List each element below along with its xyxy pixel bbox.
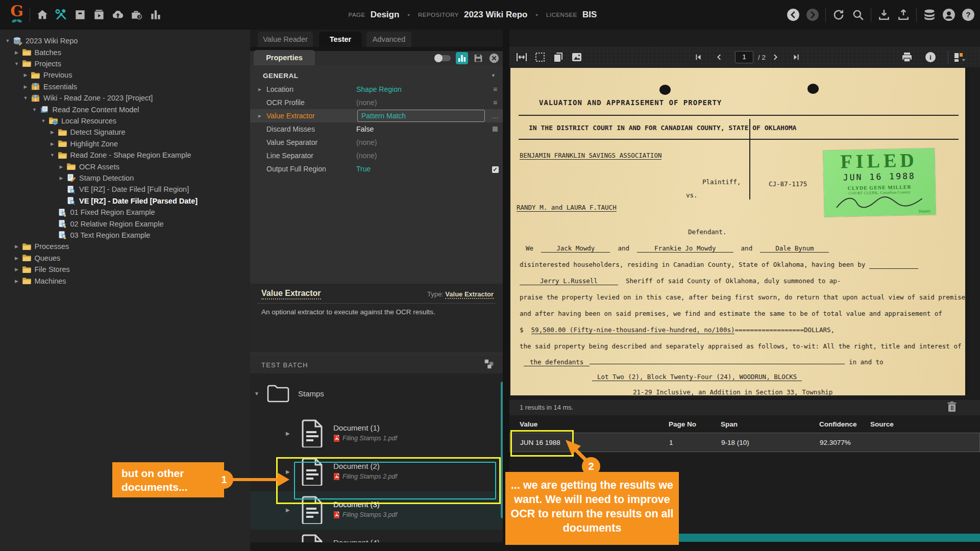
property-value[interactable]: (none) (356, 138, 487, 146)
property-value[interactable]: (none) (356, 98, 487, 107)
tree-item-previous[interactable]: ▶Previous (0, 69, 250, 81)
property-row-value-extractor[interactable]: ➤Value ExtractorPattern Match… (250, 109, 503, 122)
chevron-collapsed-icon[interactable]: ▶ (13, 267, 20, 272)
batch-process-icon[interactable] (92, 8, 106, 21)
tree-item-local-resources[interactable]: ▼Local Resources (0, 115, 250, 127)
advanced-toggle[interactable] (434, 54, 451, 65)
property-value-box[interactable]: Pattern Match (357, 110, 485, 122)
property-value[interactable]: (none) (356, 152, 487, 160)
tree-item-queues[interactable]: ▶Queues (0, 253, 250, 264)
property-row-location[interactable]: ➤LocationShape Region≡ (250, 83, 503, 96)
row-checkbox-checked[interactable]: ✓ (487, 165, 503, 173)
chevron-expanded-icon[interactable]: ▼ (40, 118, 47, 123)
tree-item-projects[interactable]: ▼Projects (0, 58, 250, 69)
chevron-collapsed-icon[interactable]: ▶ (22, 72, 29, 78)
home-icon[interactable] (36, 8, 49, 21)
chevron-expanded-icon[interactable]: ▼ (31, 107, 38, 112)
region-select-icon[interactable] (534, 51, 546, 63)
chevron-collapsed-icon[interactable]: ▶ (286, 507, 290, 513)
tree-item-ocr-assets[interactable]: ▶OCR Assets (0, 161, 250, 172)
property-row-value-separator[interactable]: Value Separator(none) (250, 136, 503, 149)
chevron-expanded-icon[interactable]: ▼ (4, 38, 11, 43)
results-column-span[interactable]: Span (721, 420, 819, 428)
copy-pages-icon[interactable] (552, 51, 565, 63)
search-icon[interactable] (851, 8, 865, 21)
results-column-confidence[interactable]: Confidence (819, 420, 870, 428)
next-page-icon[interactable] (770, 53, 780, 62)
chevron-collapsed-icon[interactable]: ▶ (58, 176, 65, 181)
tree-item-file-stores[interactable]: ▶File Stores (0, 264, 250, 275)
property-row-line-separator[interactable]: Line Separator(none) (250, 149, 503, 162)
tree-item-batches[interactable]: ▶Batches (0, 46, 250, 58)
archive-icon[interactable] (74, 8, 87, 21)
back-icon[interactable] (787, 8, 800, 21)
first-page-icon[interactable] (693, 53, 703, 62)
help-icon[interactable]: ? (962, 8, 975, 21)
tree-item-highlight-zone[interactable]: ▶Highlight Zone (0, 138, 250, 149)
licensee-value[interactable]: BIS (582, 10, 597, 20)
chevron-collapsed-icon[interactable]: ▶ (58, 164, 65, 169)
tree-item-ve-rz-date-filed-full-region[interactable]: VE [RZ] - Date Filed [Full Region] (0, 184, 250, 195)
property-row-discard-misses[interactable]: Discard MissesFalse (250, 122, 503, 136)
chevron-expanded-icon[interactable]: ▼ (254, 391, 262, 396)
property-expander-icon[interactable]: ➤ (257, 87, 266, 92)
page-value[interactable]: Design (371, 10, 400, 20)
property-row-output-full-region[interactable]: Output Full RegionTrue✓ (250, 162, 503, 176)
image-icon[interactable] (571, 51, 583, 63)
tree-item-read-zone-shape-region-example[interactable]: ▼Read Zone - Shape Region Example (0, 149, 250, 161)
chevron-collapsed-icon[interactable]: ▶ (13, 50, 20, 55)
trash-icon[interactable] (947, 402, 957, 414)
chevron-collapsed-icon[interactable]: ▶ (49, 130, 56, 135)
test-document-1[interactable]: ▶Document (1)Filing Stamps 1.pdf (250, 415, 503, 453)
property-value[interactable]: False (356, 125, 487, 133)
user-icon[interactable] (942, 8, 955, 21)
tree-item-essentials[interactable]: ▶Essentials (0, 81, 250, 92)
jobs-clock-icon[interactable] (130, 8, 143, 21)
import-icon[interactable] (877, 8, 891, 21)
chevron-collapsed-icon[interactable]: ▶ (49, 141, 56, 146)
tools-icon[interactable] (55, 8, 68, 21)
chevron-expanded-icon[interactable]: ▼ (49, 153, 56, 158)
tree-item-read-zone-content-model[interactable]: ▼Read Zone Content Model (0, 104, 250, 115)
info-icon[interactable]: i (924, 51, 937, 63)
tree-item-wiki-read-zone-2023-project[interactable]: ▼Wiki - Read Zone - 2023 [Project] (0, 92, 250, 104)
document-page[interactable]: VALUATION AND APPRAISEMENT OF PROPERTY I… (510, 68, 969, 395)
grooper-logo[interactable]: G (8, 4, 26, 26)
thumbnails-icon[interactable] (953, 51, 966, 63)
row-ellipsis-icon[interactable]: … (487, 112, 503, 120)
chevron-collapsed-icon[interactable]: ▶ (13, 244, 20, 249)
forward-icon[interactable] (806, 8, 819, 21)
tree-item-machines[interactable]: ▶Machines (0, 275, 250, 286)
refresh-icon[interactable] (832, 8, 845, 21)
tab-advanced[interactable]: Advanced (366, 32, 411, 47)
results-column-page-no[interactable]: Page No (669, 420, 721, 428)
prev-page-icon[interactable] (714, 53, 724, 62)
tab-tester[interactable]: Tester (319, 32, 362, 47)
property-row-ocr-profile[interactable]: OCR Profile(none)≡ (250, 96, 503, 109)
tab-properties[interactable]: Properties (254, 50, 315, 65)
fit-width-icon[interactable] (516, 51, 528, 63)
tab-value-reader[interactable]: Value Reader (258, 32, 313, 47)
last-page-icon[interactable] (791, 53, 801, 62)
save-icon[interactable] (473, 53, 484, 66)
property-section-general[interactable]: GENERAL ▼ (250, 68, 503, 83)
cloud-upload-icon[interactable] (111, 8, 125, 21)
chevron-collapsed-icon[interactable]: ▶ (22, 84, 29, 89)
tree-item-03-text-region-example[interactable]: 03 Text Region Example (0, 230, 250, 241)
chevron-collapsed-icon[interactable]: ▶ (13, 256, 20, 261)
discard-icon[interactable] (488, 53, 500, 66)
tree-item-stamp-detection[interactable]: ▶Stamp Detection (0, 172, 250, 184)
row-menu-icon[interactable]: ≡ (487, 85, 503, 93)
tree-item-ve-rz-date-filed-parsed-date[interactable]: VE [RZ] - Date Filed [Parsed Date] (0, 195, 250, 207)
export-icon[interactable] (897, 8, 910, 21)
tree-item-detect-signature[interactable]: ▶Detect Signature (0, 127, 250, 138)
diagnostics-chart-icon[interactable] (456, 52, 468, 66)
chevron-expanded-icon[interactable]: ▼ (22, 95, 29, 101)
tree-item-02-relative-region-example[interactable]: 02 Relative Region Example (0, 218, 250, 229)
test-batch-folder[interactable]: ▼ Stamps (254, 384, 324, 403)
type-value-link[interactable]: Value Extractor (445, 290, 494, 299)
tree-item-2023-wiki-repo[interactable]: ▼2023 Wiki Repo (0, 35, 250, 46)
stats-icon[interactable] (149, 8, 162, 21)
row-menu-icon[interactable]: ≡ (487, 98, 503, 107)
chevron-collapsed-icon[interactable]: ▶ (286, 431, 290, 436)
